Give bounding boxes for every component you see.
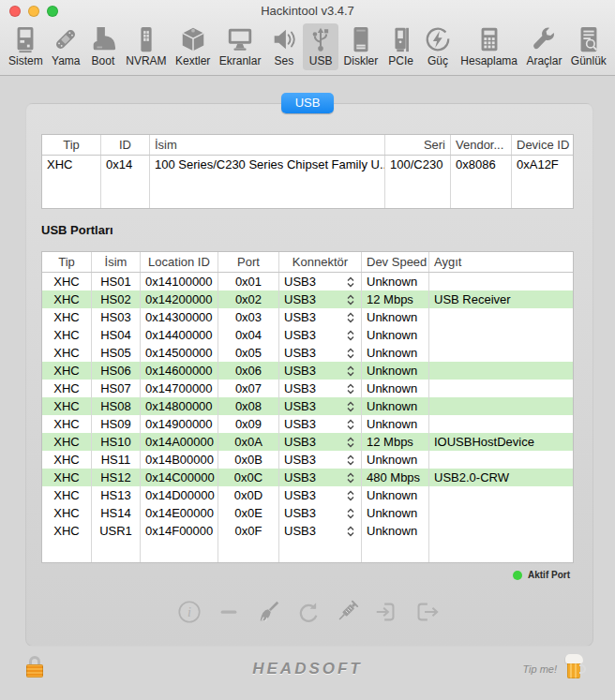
konnektor-popup[interactable]: USB3 bbox=[279, 522, 362, 540]
column-header[interactable]: Port bbox=[218, 252, 279, 272]
inject-button[interactable] bbox=[333, 598, 361, 626]
usb-ports-table[interactable]: TipİsimLocation IDPortKonnektörDev Speed… bbox=[41, 251, 574, 563]
konnektor-value: USB3 bbox=[284, 486, 316, 504]
info-button[interactable]: i bbox=[175, 598, 203, 626]
port-row-usr1[interactable]: XHCUSR10x14F000000x0FUSB3Unknown bbox=[42, 522, 573, 540]
stepper-icon bbox=[347, 348, 354, 359]
port-cell: 0x06 bbox=[218, 362, 279, 380]
remove-button[interactable] bbox=[215, 598, 243, 626]
toolbar-item-boot[interactable]: Boot bbox=[85, 23, 121, 70]
toolbar-item-label: Diskler bbox=[344, 54, 379, 67]
column-header[interactable]: ID bbox=[101, 135, 150, 155]
port-row-hs05[interactable]: XHCHS050x145000000x05USB3Unknown bbox=[42, 344, 573, 362]
toolbar-item-yama[interactable]: Yama bbox=[48, 23, 83, 70]
konnektor-popup[interactable]: USB3 bbox=[279, 397, 362, 415]
tools-icon bbox=[530, 25, 558, 53]
usb-segment-button[interactable]: USB bbox=[281, 93, 334, 113]
aygit-cell bbox=[429, 344, 573, 362]
disks-icon bbox=[347, 25, 375, 53]
controller-row[interactable]: XHC0x14100 Series/C230 Series Chipset Fa… bbox=[42, 156, 573, 173]
tip-cell: XHC bbox=[42, 451, 92, 469]
port-row-hs07[interactable]: XHCHS070x147000000x07USB3Unknown bbox=[42, 380, 573, 397]
aygit-cell bbox=[429, 504, 573, 522]
port-cell: 0x08 bbox=[218, 397, 279, 415]
tip-cell: XHC bbox=[42, 433, 92, 451]
beer-tip-icon[interactable] bbox=[566, 654, 587, 680]
toolbar-item-hesaplama[interactable]: Hesaplama bbox=[457, 23, 521, 70]
stepper-icon bbox=[347, 276, 354, 288]
usb-controllers-table[interactable]: TipIDİsimSeriVendor...Device IDXHC0x1410… bbox=[41, 134, 574, 209]
port-row-hs02[interactable]: XHCHS020x142000000x02USB312 MbpsUSB Rece… bbox=[42, 290, 573, 308]
refresh-button[interactable] bbox=[293, 598, 322, 626]
column-header[interactable]: Device ID bbox=[512, 135, 573, 155]
konnektor-popup[interactable]: USB3 bbox=[279, 308, 362, 326]
toolbar-item-sistem[interactable]: Sistem bbox=[5, 23, 47, 70]
stepper-icon bbox=[347, 365, 354, 377]
toolbar-item-label: Araçlar bbox=[526, 54, 562, 67]
port-cell: 0x0D bbox=[218, 486, 279, 504]
port-row-hs12[interactable]: XHCHS120x14C000000x0CUSB3480 MbpsUSB2.0-… bbox=[42, 469, 573, 486]
toolbar-item-ekranlar[interactable]: Ekranlar bbox=[216, 23, 265, 70]
konnektor-popup[interactable]: USB3 bbox=[279, 469, 362, 486]
port-cell: 0x0B bbox=[218, 451, 279, 469]
port-row-hs06[interactable]: XHCHS060x146000000x06USB3Unknown bbox=[42, 362, 573, 380]
port-row-hs11[interactable]: XHCHS110x14B000000x0BUSB3Unknown bbox=[42, 451, 573, 469]
toolbar-item-diskler[interactable]: Diskler bbox=[340, 23, 382, 70]
konnektor-popup[interactable]: USB3 bbox=[279, 380, 362, 397]
column-header[interactable]: İsim bbox=[150, 135, 385, 155]
column-header[interactable]: Seri bbox=[385, 135, 451, 155]
konnektor-popup[interactable]: USB3 bbox=[279, 415, 362, 433]
konnektor-popup[interactable]: USB3 bbox=[279, 344, 362, 362]
konnektor-popup[interactable]: USB3 bbox=[279, 451, 362, 469]
konnektor-value: USB3 bbox=[284, 290, 316, 308]
zoom-button[interactable] bbox=[47, 6, 58, 17]
port-cell: 0x04 bbox=[218, 326, 279, 344]
column-header[interactable]: Tip bbox=[42, 252, 92, 272]
toolbar-item-kextler[interactable]: Kextler bbox=[172, 23, 214, 70]
port-row-hs08[interactable]: XHCHS080x148000000x08USB3Unknown bbox=[42, 397, 573, 415]
port-row-hs04[interactable]: XHCHS040x144000000x04USB3Unknown bbox=[42, 326, 573, 344]
konnektor-popup[interactable]: USB3 bbox=[279, 433, 362, 451]
port-row-hs01[interactable]: XHCHS010x141000000x01USB3Unknown bbox=[42, 273, 573, 290]
konnektor-value: USB3 bbox=[284, 308, 316, 326]
isim-cell: HS14 bbox=[92, 504, 141, 522]
toolbar-item-araçlar[interactable]: Araçlar bbox=[522, 23, 565, 70]
location-cell: 0x14900000 bbox=[141, 415, 218, 433]
export-button[interactable] bbox=[412, 598, 440, 626]
toolbar-item-nvram[interactable]: NVRAM bbox=[122, 23, 170, 70]
port-row-hs03[interactable]: XHCHS030x143000000x03USB3Unknown bbox=[42, 308, 573, 326]
column-header[interactable]: Tip bbox=[42, 135, 101, 155]
port-row-hs13[interactable]: XHCHS130x14D000000x0DUSB3Unknown bbox=[42, 486, 573, 504]
cell: 100 Series/C230 Series Chipset Family U.… bbox=[150, 156, 385, 173]
konnektor-popup[interactable]: USB3 bbox=[279, 273, 362, 290]
column-header[interactable]: Vendor... bbox=[451, 135, 512, 155]
port-row-hs10[interactable]: XHCHS100x14A000000x0AUSB312 MbpsIOUSBHos… bbox=[42, 433, 573, 451]
cell: 0x14 bbox=[101, 156, 150, 173]
konnektor-popup[interactable]: USB3 bbox=[279, 326, 362, 344]
column-header[interactable]: İsim bbox=[92, 252, 141, 272]
minimize-button[interactable] bbox=[28, 6, 39, 17]
isim-cell: HS10 bbox=[92, 433, 141, 451]
tip-cell: XHC bbox=[42, 415, 92, 433]
import-icon bbox=[373, 599, 399, 625]
konnektor-popup[interactable]: USB3 bbox=[279, 290, 362, 308]
column-header[interactable]: Aygıt bbox=[429, 252, 573, 272]
konnektor-popup[interactable]: USB3 bbox=[279, 504, 362, 522]
column-header[interactable]: Dev Speed bbox=[362, 252, 429, 272]
column-header[interactable]: Location ID bbox=[141, 252, 218, 272]
toolbar-item-ses[interactable]: Ses bbox=[266, 23, 302, 70]
toolbar-item-güç[interactable]: Güç bbox=[420, 23, 456, 70]
aygit-cell bbox=[429, 362, 573, 380]
clean-button[interactable] bbox=[254, 598, 282, 626]
port-row-hs09[interactable]: XHCHS090x149000000x09USB3Unknown bbox=[42, 415, 573, 433]
toolbar-item-usb[interactable]: USB bbox=[303, 23, 338, 70]
konnektor-popup[interactable]: USB3 bbox=[279, 362, 362, 380]
port-row-hs14[interactable]: XHCHS140x14E000000x0EUSB3Unknown bbox=[42, 504, 573, 522]
konnektor-popup[interactable]: USB3 bbox=[279, 486, 362, 504]
column-header[interactable]: Konnektör bbox=[279, 252, 362, 272]
toolbar-item-günlük[interactable]: Günlük bbox=[567, 23, 610, 70]
toolbar-item-pcie[interactable]: PCIe bbox=[383, 23, 419, 70]
close-button[interactable] bbox=[9, 6, 21, 17]
window-title: Hackintool v3.4.7 bbox=[0, 0, 615, 22]
import-button[interactable] bbox=[372, 598, 400, 626]
